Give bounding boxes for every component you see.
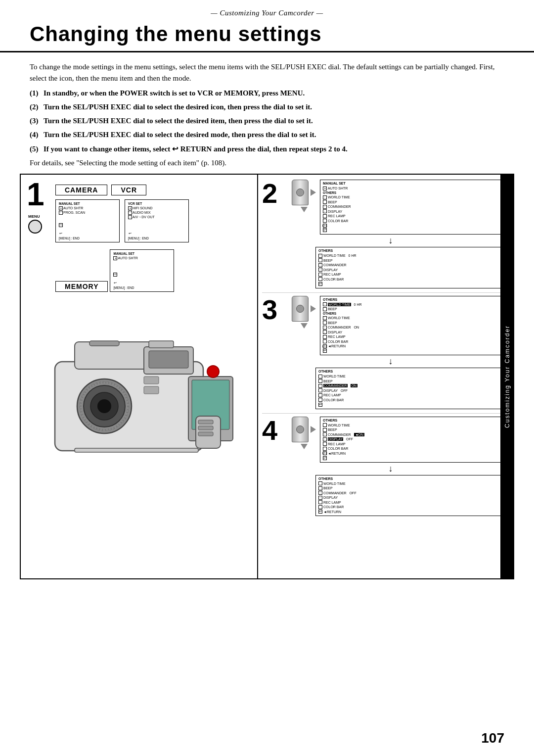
svg-point-15 xyxy=(207,366,219,378)
menu-label: MENU xyxy=(28,214,42,219)
step-4-diagram: 4 OTHERS WORLD xyxy=(262,417,509,517)
svg-rect-18 xyxy=(89,341,119,346)
svg-rect-16 xyxy=(149,341,174,348)
step-2-diagram: 2 MANUAL SET ◄ xyxy=(262,180,509,288)
vcr-screen: VCR SET ◄ HIFI SOUND ☞ AUDIO MIX □ A/V→D… xyxy=(125,199,189,242)
arrow-right-4 xyxy=(311,426,316,433)
body-text: To change the mode settings in the menu … xyxy=(0,61,534,169)
step-4-screen1: OTHERS WORLD TIME BEEP ☞COMMANDER◄ON ☞DI… xyxy=(320,417,509,463)
step-2-text: (2) Turn the SEL/PUSH EXEC dial to selec… xyxy=(30,101,504,113)
diagram-area: 1 CAMERA VCR MENU MANUAL SET ◄ AUTO xyxy=(20,174,514,579)
page-container: — Customizing Your Camcorder — Changing … xyxy=(0,0,534,756)
s2s2-header: OTHERS xyxy=(318,249,506,252)
s2s1-header: MANUAL SET xyxy=(323,182,506,185)
step-2-dial xyxy=(292,180,316,212)
menu-tabs: CAMERA VCR xyxy=(55,185,252,195)
step-3-number: 3 xyxy=(262,296,277,324)
memory-screen: MANUAL SET ◄ AUTO SHTR ETC ↩ [ME xyxy=(110,249,174,292)
step-3-text: (3) Turn the SEL/PUSH EXEC dial to selec… xyxy=(30,115,504,127)
dial-body-4 xyxy=(292,417,309,442)
arrow-down-3 xyxy=(301,323,308,329)
memory-tab: MEMORY xyxy=(55,281,108,292)
menu-circle xyxy=(28,220,42,234)
customizing-side-label: Customizing Your Camcorder xyxy=(500,175,514,578)
step-3-dial xyxy=(292,296,316,329)
step-5-text: (5) If you want to change other items, s… xyxy=(30,143,504,155)
step-1-number: 1 xyxy=(27,179,44,210)
step-4-text: (4) Turn the SEL/PUSH EXEC dial to selec… xyxy=(30,129,504,141)
step-2-screen1: MANUAL SET ◄AUTO SHTR OTHERS ☞WORLD TIME… xyxy=(320,180,509,235)
left-panel: 1 CAMERA VCR MENU MANUAL SET ◄ AUTO xyxy=(21,175,258,578)
camera-tab: CAMERA xyxy=(55,185,107,195)
vcr-tab: VCR xyxy=(111,185,146,195)
svg-rect-19 xyxy=(144,377,159,384)
top-bar: — Customizing Your Camcorder — xyxy=(0,0,534,19)
memory-section: MEMORY MANUAL SET ◄ AUTO SHTR ETC xyxy=(55,249,252,295)
arrow-right-2 xyxy=(311,189,316,196)
details-note: For details, see "Selecting the mode set… xyxy=(30,157,504,169)
step-2-number: 2 xyxy=(262,180,277,207)
arrow-down-after-2: ↓ xyxy=(262,236,509,246)
page-number: 107 xyxy=(481,730,504,746)
camera-image-area xyxy=(36,305,252,478)
arrow-down-2 xyxy=(301,207,308,212)
step-3-screen2: OTHERS WORLD TIME BEEP ☞COMMANDERON DISP… xyxy=(315,368,509,409)
svg-rect-13 xyxy=(198,426,213,430)
intro-paragraph: To change the mode settings in the menu … xyxy=(30,61,504,85)
dial-body-3 xyxy=(292,296,309,322)
step-2-content: MANUAL SET ◄AUTO SHTR OTHERS ☞WORLD TIME… xyxy=(292,180,509,235)
step-4-number: 4 xyxy=(262,417,277,444)
step-4-dial xyxy=(292,417,316,449)
step-3-content: OTHERS ☞WORLD TIME0 HR BEEP OTHERS ☞WORL… xyxy=(292,296,509,356)
svg-rect-12 xyxy=(198,420,213,424)
arrow-down-after-4: ↓ xyxy=(262,464,509,474)
arrow-down-4 xyxy=(301,444,308,449)
arrow-right-3 xyxy=(311,305,316,312)
camera-screen: MANUAL SET ◄ AUTO SHTR ☞ PROG. SCAN ETC xyxy=(55,199,120,242)
step-4-content: OTHERS WORLD TIME BEEP ☞COMMANDER◄ON ☞DI… xyxy=(292,417,509,463)
step-4-screen2: OTHERS WORLD TIME BEEP ☞COMMANDEROFF ☞DI… xyxy=(315,475,509,517)
page-title: Changing the menu settings xyxy=(0,19,534,52)
svg-rect-8 xyxy=(149,351,188,368)
step-2-screen2: OTHERS ☞WORLD TIME0 HR BEEP ☞COMMANDER ☞… xyxy=(315,247,509,288)
dial-body-2 xyxy=(292,180,309,205)
svg-rect-20 xyxy=(144,386,159,394)
step-3-screen1: OTHERS ☞WORLD TIME0 HR BEEP OTHERS ☞WORL… xyxy=(320,296,509,356)
arrow-down-after-3: ↓ xyxy=(262,356,509,367)
right-panel: 2 MANUAL SET ◄ xyxy=(258,175,513,578)
svg-rect-14 xyxy=(198,432,213,436)
svg-rect-21 xyxy=(75,448,198,452)
camera-svg xyxy=(45,330,243,478)
step-3-diagram: 3 OTHERS ☞WORL xyxy=(262,296,509,409)
svg-point-5 xyxy=(97,399,111,413)
step-1-text: (1) In standby, or when the POWER switch… xyxy=(30,88,504,99)
